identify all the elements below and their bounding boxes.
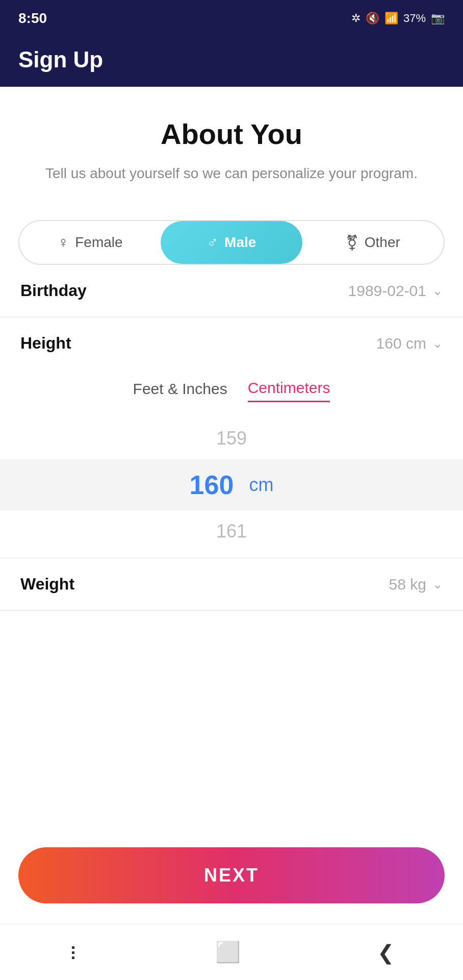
gender-label-male: Male: [224, 234, 256, 251]
nav-bar: ⫶ ⬜ ❮: [0, 924, 463, 980]
weight-row[interactable]: Weight 58 kg ⌄: [0, 558, 463, 611]
wifi-icon: 📶: [384, 12, 398, 25]
nav-back-icon[interactable]: ❮: [377, 941, 395, 964]
status-icons: ✲ 🔇 📶 37% 📷: [351, 12, 445, 25]
picker-selected-unit: cm: [249, 474, 273, 496]
unit-toggle: Feet & Inches Centimeters: [0, 369, 463, 412]
weight-value: 58 kg: [389, 576, 426, 593]
picker-selected-number: 160: [190, 470, 234, 500]
birthday-row[interactable]: Birthday 1989-02-01 ⌄: [0, 265, 463, 317]
about-section: About You Tell us about yourself so we c…: [0, 87, 463, 205]
height-section: Height 160 cm ⌄ Feet & Inches Centimeter…: [0, 317, 463, 558]
height-value-wrap: 160 cm ⌄: [376, 335, 443, 352]
mute-icon: 🔇: [366, 12, 379, 25]
page-subtitle: Tell us about yourself so we can persona…: [18, 163, 445, 184]
picker-item-160[interactable]: 160 cm: [0, 459, 463, 510]
nav-home-icon[interactable]: ⬜: [215, 940, 241, 964]
picker-item-161[interactable]: 161: [0, 510, 463, 552]
height-value: 160 cm: [376, 335, 426, 352]
weight-chevron-icon: ⌄: [432, 577, 443, 592]
unit-feet[interactable]: Feet & Inches: [133, 380, 227, 402]
weight-label: Weight: [20, 575, 74, 594]
gender-label-female: Female: [75, 234, 122, 251]
height-header[interactable]: Height 160 cm ⌄: [0, 317, 463, 369]
status-time: 8:50: [18, 10, 47, 27]
gender-option-other[interactable]: ⚧ Other: [302, 221, 444, 264]
other-icon: ⚧: [346, 234, 358, 252]
birthday-value: 1989-02-01: [348, 282, 426, 300]
height-picker[interactable]: 159 160 cm 161: [0, 412, 463, 557]
gender-selector: ♀ Female ♂ Male ⚧ Other: [18, 220, 445, 265]
nav-menu-icon[interactable]: ⫶: [68, 941, 79, 964]
status-bar: 8:50 ✲ 🔇 📶 37% 📷: [0, 0, 463, 37]
birthday-label: Birthday: [20, 281, 87, 300]
camera-icon: 📷: [431, 12, 445, 25]
birthday-chevron-icon: ⌄: [432, 284, 443, 298]
gender-label-other: Other: [365, 234, 400, 251]
male-icon: ♂: [207, 234, 219, 251]
birthday-value-wrap: 1989-02-01 ⌄: [348, 282, 443, 300]
page-title: About You: [18, 117, 445, 151]
header-title: Sign Up: [18, 47, 103, 72]
header: Sign Up: [0, 37, 463, 87]
picker-item-159[interactable]: 159: [0, 418, 463, 459]
bluetooth-icon: ✲: [351, 12, 361, 25]
height-chevron-icon: ⌄: [432, 336, 443, 351]
next-button-wrap: NEXT: [0, 827, 463, 924]
battery-text: 37%: [403, 12, 426, 25]
gender-option-male[interactable]: ♂ Male: [161, 221, 302, 264]
weight-value-wrap: 58 kg ⌄: [389, 576, 443, 593]
gender-option-female[interactable]: ♀ Female: [19, 221, 161, 264]
unit-cm[interactable]: Centimeters: [248, 379, 330, 402]
next-button[interactable]: NEXT: [18, 847, 445, 903]
main-content: About You Tell us about yourself so we c…: [0, 87, 463, 924]
female-icon: ♀: [58, 234, 69, 251]
height-label: Height: [20, 334, 71, 353]
